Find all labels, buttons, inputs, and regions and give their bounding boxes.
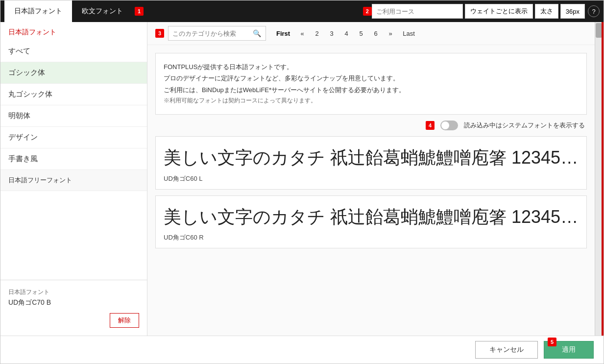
font-card-1[interactable]: 美しい文字のカタチ 祇辻飴葛蛸鯱鱧噌庖箸 12345 6789… UD角ゴC60… <box>155 136 587 190</box>
main-content: 3 🔍 First « 2 3 4 5 6 » Last <box>147 22 595 336</box>
sidebar-label-design: デザイン <box>8 133 38 141</box>
sidebar-bottom-category: 日本語フォント <box>8 288 139 296</box>
toggle-label: 読み込み中はシステムフォントを表示する <box>464 121 585 130</box>
page-prev[interactable]: « <box>295 27 309 40</box>
tab1-label: 日本語フォント <box>14 7 62 16</box>
sidebar-bottom: 日本語フォント UD角ゴC70 B 解除 <box>0 280 147 336</box>
sidebar-label-mincho: 明朝体 <box>8 111 30 120</box>
remove-button[interactable]: 解除 <box>110 313 139 328</box>
scroll-area: FONTPLUSが提供する日本語フォントです。 プロのデザイナーに定評なフォント… <box>147 45 595 336</box>
help-button[interactable]: ? <box>588 5 600 17</box>
sidebar-section-free: 日本語フリーフォント <box>0 170 147 191</box>
scrollbar-area <box>595 22 602 336</box>
page-4[interactable]: 4 <box>339 27 353 40</box>
size-value-btn[interactable]: 36px <box>560 4 585 19</box>
sidebar-label-handwritten: 手書き風 <box>8 154 38 163</box>
sidebar-bottom-font: UD角ゴC70 B <box>8 298 139 307</box>
right-red-border <box>602 22 604 336</box>
pagination: First « 2 3 4 5 6 » Last <box>272 27 419 40</box>
content-area: 3 🔍 First « 2 3 4 5 6 » Last <box>147 22 604 336</box>
search-input[interactable] <box>172 30 251 37</box>
page-first[interactable]: First <box>272 27 294 40</box>
weight-display-btn[interactable]: ウェイトごとに表示 <box>465 4 533 19</box>
course-input[interactable] <box>372 4 463 19</box>
tab-japanese-font[interactable]: 日本語フォント <box>4 0 72 22</box>
sidebar-label-gothic: ゴシック体 <box>8 68 45 76</box>
search-icon: 🔍 <box>253 29 261 37</box>
page-2[interactable]: 2 <box>310 27 324 40</box>
header-controls: ウェイトごとに表示 太さ 36px <box>372 4 585 19</box>
page-6[interactable]: 6 <box>369 27 383 40</box>
font-name-1: UD角ゴC60 L <box>164 174 579 183</box>
sidebar-item-design[interactable]: デザイン <box>0 127 147 148</box>
size-label-btn: 太さ <box>535 4 558 19</box>
info-line-3: ご利用には、BiNDupまたはWebLiFE*サーバーへサイトを公開する必要があ… <box>164 84 579 96</box>
sidebar-spacer <box>0 191 147 280</box>
system-font-toggle[interactable] <box>440 121 458 130</box>
footer: 5 キャンセル 適用 <box>0 336 604 364</box>
badge-2: 2 <box>363 7 372 16</box>
badge-4: 4 <box>426 121 435 130</box>
sidebar-item-handwritten[interactable]: 手書き風 <box>0 148 147 170</box>
search-box: 🔍 <box>168 26 266 41</box>
badge-1: 1 <box>135 7 144 16</box>
tab-western-font[interactable]: 欧文フォント <box>72 0 133 22</box>
sidebar: 日本語フォント すべて ゴシック体 丸ゴシック体 明朝体 デザイン 手書き風 日… <box>0 22 147 336</box>
sidebar-label-maru: 丸ゴシック体 <box>8 90 52 98</box>
font-preview-1: 美しい文字のカタチ 祇辻飴葛蛸鯱鱧噌庖箸 12345 6789… <box>164 146 579 170</box>
font-name-2: UD角ゴC60 R <box>164 233 579 242</box>
page-last[interactable]: Last <box>398 27 419 40</box>
sidebar-item-all[interactable]: すべて <box>0 41 147 62</box>
sidebar-item-gothic[interactable]: ゴシック体 <box>0 62 147 84</box>
page-next[interactable]: » <box>384 27 397 40</box>
page-3[interactable]: 3 <box>325 27 338 40</box>
font-card-2[interactable]: 美しい文字のカタチ 祇辻飴葛蛸鯱鱧噌庖箸 12345 6789… UD角ゴC60… <box>155 195 587 249</box>
font-preview-2: 美しい文字のカタチ 祇辻飴葛蛸鯱鱧噌庖箸 12345 6789… <box>164 206 579 229</box>
badge-5: 5 <box>548 338 556 346</box>
info-line-1: FONTPLUSが提供する日本語フォントです。 <box>164 61 579 73</box>
header: 日本語フォント 欧文フォント 1 2 ウェイトごとに表示 太さ 36px ? <box>0 0 604 22</box>
info-box: FONTPLUSが提供する日本語フォントです。 プロのデザイナーに定評なフォント… <box>155 53 587 115</box>
tab2-label: 欧文フォント <box>82 7 123 16</box>
page-5[interactable]: 5 <box>354 27 368 40</box>
content-header: 3 🔍 First « 2 3 4 5 6 » Last <box>147 22 595 45</box>
badge-3: 3 <box>155 29 164 38</box>
sidebar-item-maru[interactable]: 丸ゴシック体 <box>0 84 147 105</box>
main-container: 日本語フォント 欧文フォント 1 2 ウェイトごとに表示 太さ 36px ? 日… <box>0 0 604 364</box>
toggle-row: 4 読み込み中はシステムフォントを表示する <box>155 121 587 130</box>
info-line-2: プロのデザイナーに定評なフォントなど、多彩なラインナップを用意しています。 <box>164 73 579 84</box>
info-line-4: ※利用可能なフォントは契約コースによって異なります。 <box>164 96 579 106</box>
sidebar-label-all: すべて <box>8 47 30 55</box>
sidebar-item-mincho[interactable]: 明朝体 <box>0 105 147 127</box>
body: 日本語フォント すべて ゴシック体 丸ゴシック体 明朝体 デザイン 手書き風 日… <box>0 22 604 336</box>
cancel-button[interactable]: キャンセル <box>475 341 538 359</box>
sidebar-title: 日本語フォント <box>0 22 147 41</box>
